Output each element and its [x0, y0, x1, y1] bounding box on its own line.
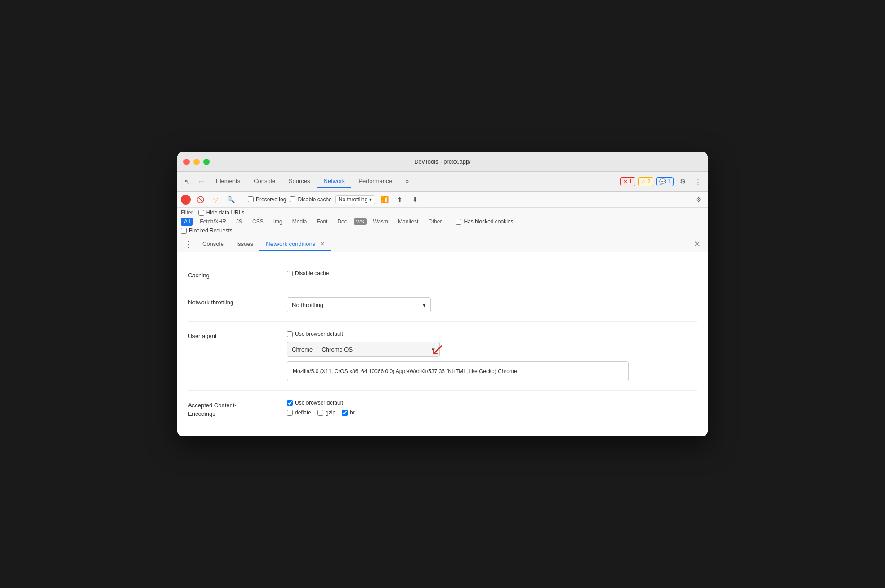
tab-elements[interactable]: Elements — [210, 175, 246, 188]
tab-issues-bottom[interactable]: Issues — [230, 238, 260, 250]
settings-icon[interactable]: ⚙ — [676, 175, 689, 188]
filter-media[interactable]: Media — [289, 218, 310, 226]
separator-1 — [242, 195, 242, 204]
network-conditions-label: Network conditions — [266, 241, 315, 247]
blocked-requests-checkbox[interactable] — [181, 228, 187, 234]
filter-row-1: Filter Hide data URLs — [181, 209, 704, 216]
filter-css[interactable]: CSS — [249, 218, 267, 226]
error-count: 1 — [629, 178, 632, 185]
tab-network[interactable]: Network — [317, 175, 352, 188]
filter-row-2: All Fetch/XHR JS CSS Img Media Font Doc … — [181, 218, 704, 226]
gzip-checkbox[interactable] — [317, 410, 323, 416]
gzip-label[interactable]: gzip — [317, 410, 335, 416]
tab-console-bottom[interactable]: Console — [196, 238, 230, 250]
preserve-log-checkbox[interactable] — [248, 196, 254, 202]
preserve-log-label[interactable]: Preserve log — [248, 196, 286, 203]
has-blocked-cookies-checkbox[interactable] — [456, 219, 461, 225]
filter-all[interactable]: All — [181, 218, 193, 226]
maximize-button[interactable] — [203, 159, 210, 165]
more-options-icon[interactable]: ⋮ — [692, 175, 704, 188]
warning-icon: ⚠ — [641, 178, 646, 185]
encodings-browser-default-label[interactable]: Use browser default — [287, 400, 355, 406]
minimize-button[interactable] — [193, 159, 200, 165]
use-browser-default-label[interactable]: Use browser default — [287, 331, 697, 337]
filter-wasm[interactable]: Wasm — [370, 218, 392, 226]
encodings-browser-default-text: Use browser default — [295, 400, 343, 406]
user-agent-label: User agent — [188, 331, 269, 339]
ua-dropdown[interactable]: Chrome — Chrome OS ▾ — [287, 342, 440, 357]
disable-cache-caching-checkbox[interactable] — [287, 271, 293, 276]
hide-data-urls-text: Hide data URLs — [206, 209, 245, 216]
warning-count: 2 — [648, 178, 651, 185]
disable-cache-checkbox[interactable] — [290, 196, 295, 202]
tab-menu-icon[interactable]: ⋮ — [181, 239, 196, 249]
encodings-control: Use browser default deflate gzip — [287, 400, 355, 416]
deflate-checkbox[interactable] — [287, 410, 293, 416]
clear-icon[interactable]: 🚫 — [194, 194, 206, 205]
filter-img[interactable]: Img — [270, 218, 286, 226]
throttle-select[interactable]: No throttling ▾ — [335, 195, 375, 204]
deflate-label[interactable]: deflate — [287, 410, 311, 416]
filter-manifest[interactable]: Manifest — [395, 218, 421, 226]
disable-cache-caching-text: Disable cache — [295, 270, 329, 276]
close-panel-icon[interactable]: ✕ — [690, 239, 704, 249]
device-icon[interactable]: ▭ — [195, 175, 208, 188]
error-badge[interactable]: ✕ 1 — [620, 177, 635, 186]
close-button[interactable] — [183, 159, 190, 165]
tab-more[interactable]: » — [399, 175, 415, 188]
filter-fetch-xhr[interactable]: Fetch/XHR — [197, 218, 229, 226]
tab-network-conditions[interactable]: Network conditions ✕ — [259, 237, 331, 251]
caching-label: Caching — [188, 270, 269, 279]
br-checkbox[interactable] — [342, 410, 348, 416]
hide-data-urls-label[interactable]: Hide data URLs — [198, 209, 245, 216]
record-button[interactable] — [181, 195, 191, 205]
tab-performance[interactable]: Performance — [352, 175, 398, 188]
filter-bar: Filter Hide data URLs All Fetch/XHR JS C… — [177, 208, 708, 236]
ua-string-box: Mozilla/5.0 (X11; CrOS x86_64 10066.0.0)… — [287, 361, 629, 381]
has-blocked-cookies-label[interactable]: Has blocked cookies — [456, 218, 513, 225]
filter-other[interactable]: Other — [425, 218, 445, 226]
tab-close-icon[interactable]: ✕ — [320, 240, 325, 247]
filter-js[interactable]: JS — [233, 218, 246, 226]
br-text: br — [350, 410, 355, 416]
blocked-requests-label[interactable]: Blocked Requests — [181, 227, 232, 234]
tab-console[interactable]: Console — [247, 175, 282, 188]
throttle-dropdown[interactable]: No throttling ▾ — [287, 297, 431, 312]
encodings-label: Accepted Content- Encodings — [188, 400, 269, 418]
caching-control: Disable cache — [287, 270, 697, 276]
blocked-requests-text: Blocked Requests — [189, 227, 232, 234]
use-browser-default-checkbox[interactable] — [287, 331, 293, 337]
throttling-control: No throttling ▾ — [287, 297, 697, 312]
window-title: DevTools - proxx.app/ — [414, 158, 471, 165]
conditions-panel: Caching Disable cache Network throttling… — [177, 252, 708, 436]
throttle-dropdown-arrow: ▾ — [369, 196, 372, 203]
search-icon[interactable]: 🔍 — [225, 194, 237, 205]
error-icon: ✕ — [623, 178, 628, 185]
filter-ws[interactable]: WS — [354, 218, 367, 225]
tab-sources[interactable]: Sources — [282, 175, 317, 188]
br-label[interactable]: br — [342, 410, 355, 416]
throttle-dropdown-value: No throttling — [292, 302, 323, 308]
hide-data-urls-checkbox[interactable] — [198, 210, 204, 216]
warning-badge[interactable]: ⚠ 2 — [638, 177, 654, 186]
disable-cache-label[interactable]: Disable cache — [290, 196, 331, 203]
filter-font[interactable]: Font — [313, 218, 331, 226]
window-controls — [183, 159, 210, 165]
wifi-settings-icon[interactable]: 📶 — [379, 194, 390, 205]
filter-icon[interactable]: ▽ — [210, 194, 221, 205]
upload-icon[interactable]: ⬆ — [394, 194, 406, 205]
bottom-panel: ⋮ Console Issues Network conditions ✕ ✕ … — [177, 236, 708, 436]
ua-dropdown-wrapper: Chrome — Chrome OS ▾ ↙ — [287, 342, 697, 357]
filter-label: Filter — [181, 209, 193, 216]
filter-doc[interactable]: Doc — [334, 218, 350, 226]
encodings-browser-default-checkbox[interactable] — [287, 400, 293, 406]
network-settings-icon[interactable]: ⚙ — [693, 194, 704, 205]
preserve-log-text: Preserve log — [256, 196, 286, 203]
info-badge[interactable]: 💬 1 — [656, 177, 674, 186]
disable-cache-caching-label[interactable]: Disable cache — [287, 270, 697, 276]
cursor-icon[interactable]: ↖ — [181, 175, 193, 188]
encodings-label-text: Accepted Content- Encodings — [188, 402, 237, 417]
caching-row: Caching Disable cache — [188, 261, 697, 288]
download-icon[interactable]: ⬇ — [409, 194, 421, 205]
user-agent-row: User agent Use browser default Chrome — … — [188, 322, 697, 391]
